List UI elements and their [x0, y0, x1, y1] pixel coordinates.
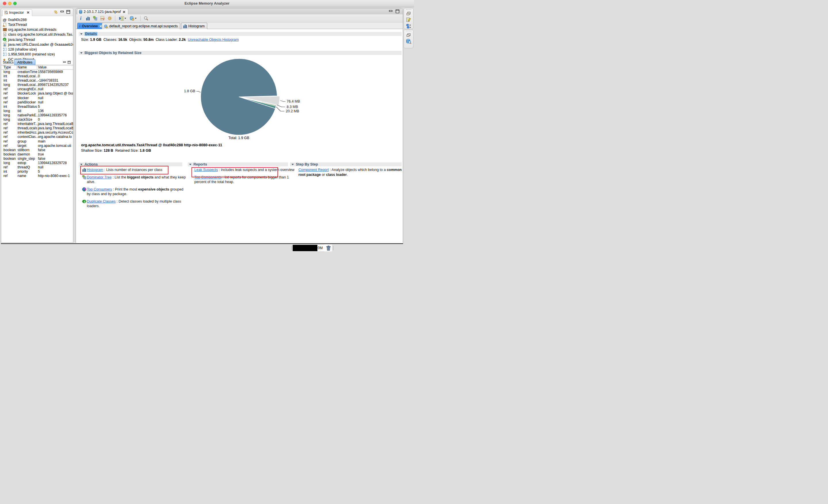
cell-value: 136 — [38, 109, 44, 113]
details-section-header[interactable]: Details — [79, 32, 402, 36]
svg-text:C: C — [84, 200, 86, 203]
table-row[interactable]: booleansingle_stepfalse — [1, 156, 73, 161]
stat-label: Classes: — [104, 38, 117, 42]
table-row[interactable]: refblockerLockjava.lang.Object @ 0xa — [1, 91, 73, 96]
table-row[interactable]: refthreadLocalsjava.lang.ThreadLocal$ — [1, 126, 73, 131]
collapse-triangle-icon[interactable] — [80, 33, 83, 35]
tree-item[interactable]: TaskThread — [3, 22, 73, 27]
info-icon[interactable]: i — [78, 16, 83, 21]
table-row[interactable]: intthreadLocal...-1844738331 — [1, 79, 73, 83]
drag-handle[interactable] — [291, 246, 292, 250]
table-row[interactable]: refinheritableT...java.lang.ThreadLocal$ — [1, 122, 73, 126]
table-row[interactable]: refthreadQnull — [1, 165, 73, 170]
column-header-type[interactable]: Type — [3, 65, 11, 69]
table-row[interactable]: intpriority5 — [1, 170, 73, 174]
tab-attributes[interactable]: Attributes — [14, 59, 35, 65]
table-row[interactable]: refgroupmain — [1, 139, 73, 144]
column-header-name[interactable]: Name — [17, 65, 27, 69]
table-row[interactable]: refnamehttp-nio-8080-exec-1 — [1, 174, 73, 178]
oql-icon[interactable]: OQL — [100, 16, 105, 21]
collapse-triangle-icon[interactable] — [80, 164, 83, 165]
tree-item[interactable]: @0xaf40c288 — [3, 17, 73, 22]
tree-item[interactable]: 128 (shallow size) — [3, 47, 73, 52]
table-row[interactable]: longthreadLocal...8998713423525237 — [1, 83, 73, 87]
tree-item[interactable]: 1,958,569,600 (retained size) — [3, 52, 73, 57]
run-garbage-collector-button[interactable] — [325, 244, 332, 251]
table-row[interactable]: refcontextClas...org.apache.catalina.lo — [1, 135, 73, 139]
editor-tabbar: 2-10.1.7.121-java.hprof ✕ — [76, 8, 403, 14]
table-row[interactable]: refuncaughtEx...null — [1, 87, 73, 91]
tab-overview[interactable]: i Overview ✕ — [77, 23, 105, 29]
item-description: biggest objects — [127, 175, 154, 179]
dominator-tree-icon — [82, 175, 86, 179]
tree-item[interactable]: java.net.URLClassLoader @ 0xaaaaeb2e0 — [3, 42, 73, 47]
table-row[interactable]: intthreadStatus5 — [1, 104, 73, 109]
customize-icon[interactable] — [107, 16, 112, 21]
heap-dump-editor-tab[interactable]: 2-10.1.7.121-java.hprof ✕ — [77, 9, 128, 14]
fast-view-bar-top — [404, 8, 413, 29]
restore-view-icon[interactable] — [404, 12, 413, 15]
link-with-snapshot-icon[interactable] — [53, 10, 58, 14]
svg-text:C: C — [4, 33, 6, 36]
heap-tree-icon[interactable] — [404, 24, 413, 29]
reports-section-header[interactable]: Reports — [188, 163, 288, 166]
inspector-view-tab[interactable]: Inspector ✕ — [2, 9, 32, 16]
run-expert-test-icon[interactable] — [118, 16, 127, 21]
minimize-editor-icon[interactable] — [389, 9, 393, 13]
stat-value: 128 B — [104, 148, 113, 152]
step-by-step-section-header[interactable]: Step By Step — [290, 163, 402, 166]
biggest-objects-section-header[interactable]: Biggest Objects by Retained Size — [79, 51, 402, 55]
top-components-link[interactable]: Top Components — [194, 175, 222, 179]
drag-handle[interactable] — [333, 246, 333, 250]
component-report-link[interactable]: Component Report — [298, 168, 329, 172]
heap-search-icon[interactable] — [404, 39, 413, 44]
histogram-link[interactable]: Histogram — [87, 168, 103, 172]
table-row[interactable]: longtid136 — [1, 109, 73, 113]
minimize-view-icon[interactable] — [60, 10, 64, 14]
table-row[interactable]: longcreationTime1558735659869 — [1, 70, 73, 74]
histogram-icon[interactable] — [85, 16, 91, 21]
table-row[interactable]: longeetop139944128329728 — [1, 161, 73, 165]
maximize-view-icon[interactable] — [67, 10, 70, 14]
drag-handle[interactable] — [404, 30, 413, 31]
duplicate-classes-link[interactable]: Duplicate Classes — [87, 199, 116, 203]
minimize-view-icon[interactable] — [63, 61, 66, 64]
table-row[interactable]: longnativeParkE...139944128335776 — [1, 113, 73, 118]
search-icon[interactable] — [143, 16, 149, 21]
actions-section-header[interactable]: Actions — [79, 163, 182, 166]
column-header-value[interactable]: Value — [38, 65, 47, 69]
maximize-editor-icon[interactable] — [396, 9, 399, 13]
tree-item[interactable]: Csjava.lang.Thread — [3, 37, 73, 42]
tree-item[interactable]: Cclass org.apache.tomcat.util.threads.Ta… — [3, 32, 73, 37]
drag-handle[interactable] — [404, 8, 413, 10]
table-row[interactable]: refinheritedAcc...java.security.AccessCo — [1, 131, 73, 135]
open-report-icon[interactable] — [129, 16, 137, 21]
cell-value: 5 — [38, 104, 40, 108]
close-view-icon[interactable]: ✕ — [27, 11, 29, 15]
tab-histogram[interactable]: Histogram — [181, 23, 207, 29]
table-row[interactable]: refparkBlockernull — [1, 100, 73, 104]
maximize-view-icon[interactable] — [68, 61, 71, 64]
table-row[interactable]: intthreadLocal...0 — [1, 74, 73, 79]
collapse-triangle-icon[interactable] — [80, 52, 83, 54]
table-row[interactable]: longstackSize0 — [1, 118, 73, 122]
retained-size-pie-chart[interactable]: 76.4 MB8.3 MB20.2 MB1.8 GB — [156, 56, 328, 142]
tab-statics[interactable]: Statics — [3, 60, 14, 64]
leak-suspects-link[interactable]: Leak Suspects — [194, 168, 218, 172]
table-row[interactable]: booleandaemontrue — [1, 152, 73, 156]
tab-suspects-report[interactable]: default_report org.eclipse.mat.api:suspe… — [102, 23, 180, 29]
restore-view-icon[interactable] — [404, 33, 413, 37]
tree-item[interactable]: org.apache.tomcat.util.threads — [3, 27, 73, 32]
dominator-tree-link[interactable]: Dominator Tree — [87, 175, 112, 179]
unreachable-objects-link[interactable]: Unreachable Objects Histogram — [188, 38, 239, 42]
table-row[interactable]: refblockernull — [1, 96, 73, 100]
cell-type: long — [3, 118, 10, 122]
table-row[interactable]: reftargetorg.apache.tomcat.uti — [1, 144, 73, 148]
task-list-icon[interactable] — [404, 17, 413, 22]
close-editor-icon[interactable]: ✕ — [122, 10, 125, 14]
collapse-triangle-icon[interactable] — [292, 164, 294, 165]
table-row[interactable]: booleanstillbornfalse — [1, 148, 73, 152]
top-consumers-link[interactable]: Top Consumers — [87, 187, 112, 191]
dominator-tree-icon[interactable] — [92, 16, 98, 21]
collapse-triangle-icon[interactable] — [189, 164, 192, 165]
